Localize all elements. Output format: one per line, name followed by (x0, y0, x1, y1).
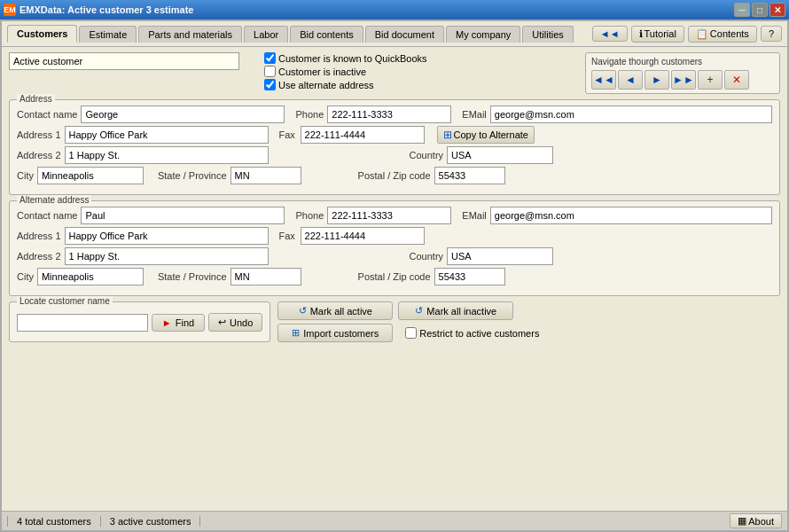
alt-email-input[interactable] (490, 207, 772, 224)
alt-city-input[interactable] (37, 268, 144, 286)
tab-parts-materials[interactable]: Parts and materials (138, 26, 242, 43)
about-icon: ▦ (738, 515, 746, 527)
inactive-checkbox[interactable] (264, 66, 276, 77)
status-left: 4 total customers 3 active customers (7, 516, 200, 527)
alt-postal-input[interactable] (434, 268, 505, 286)
known-qb-checkbox[interactable] (264, 52, 276, 64)
content-area: Customer is known to QuickBooks Customer… (2, 47, 787, 511)
alt-fax-label: Fax (279, 231, 297, 241)
country-input[interactable] (447, 146, 553, 164)
use-alt-label: Use alternate address (278, 80, 374, 90)
contents-icon: 📋 (696, 28, 708, 40)
alt-postal-label: Postal / Zip code (358, 271, 431, 282)
tab-estimate[interactable]: Estimate (79, 26, 137, 43)
address-row4: City State / Province Postal / Zip code (17, 167, 772, 184)
alt-row2: Address 1 Fax (17, 227, 772, 245)
known-qb-label: Customer is known to QuickBooks (278, 53, 427, 64)
address-row3: Address 2 Country (17, 146, 772, 164)
tab-utilities[interactable]: Utilities (522, 26, 573, 43)
alt-contact-input[interactable] (81, 207, 285, 224)
mark-active-icon: ↺ (299, 305, 307, 317)
find-button[interactable]: ► Find (152, 314, 205, 332)
contact-label: Contact name (17, 109, 77, 120)
about-label: About (748, 516, 774, 527)
copy-icon: ⊞ (443, 129, 452, 141)
restrict-checkbox[interactable] (405, 327, 417, 339)
find-icon: ► (162, 317, 172, 328)
locate-row: ► Find ↩ Undo (17, 313, 262, 332)
about-button[interactable]: ▦ About (730, 513, 782, 528)
alt-address1-input[interactable] (65, 227, 269, 245)
checkboxes-area: Customer is known to QuickBooks Customer… (264, 52, 578, 94)
alt-phone-input[interactable] (327, 207, 451, 224)
bottom-section: Locate customer name ► Find ↩ Undo (9, 301, 780, 342)
toolbar-right: ◄◄ ℹ Tutorial 📋 Contents ? (592, 26, 782, 43)
locate-input[interactable] (17, 314, 148, 332)
known-qb-row: Customer is known to QuickBooks (264, 52, 578, 64)
tab-customers[interactable]: Customers (7, 25, 77, 43)
postal-input[interactable] (434, 167, 505, 184)
postal-label: Postal / Zip code (358, 170, 431, 181)
nav-next-button[interactable]: ► (644, 70, 669, 90)
customer-name-input[interactable] (9, 52, 239, 70)
alt-fax-input[interactable] (301, 227, 425, 245)
find-label: Find (176, 317, 194, 328)
address1-label: Address 1 (17, 129, 61, 140)
import-icon: ⊞ (292, 327, 300, 339)
tab-my-company[interactable]: My company (446, 26, 520, 43)
address2-input[interactable] (65, 146, 269, 164)
undo-button[interactable]: ↩ Undo (208, 313, 262, 332)
help-button[interactable]: ? (761, 26, 782, 42)
email-input[interactable] (490, 106, 772, 123)
copy-alternate-button[interactable]: ⊞ Copy to Alternate (437, 126, 535, 144)
nav-delete-button[interactable]: ✕ (724, 70, 749, 90)
state-input[interactable] (230, 167, 301, 184)
use-alt-checkbox[interactable] (264, 79, 276, 90)
action-row1: ↺ Mark all active ↺ Mark all inactive (277, 301, 780, 320)
address-row1: Contact name Phone EMail (17, 106, 772, 123)
city-input[interactable] (37, 167, 144, 184)
alt-state-input[interactable] (230, 268, 301, 286)
alt-address2-input[interactable] (65, 247, 269, 265)
nav-prev-button[interactable]: ◄ (618, 70, 643, 90)
contents-button[interactable]: 📋 Contents (688, 26, 757, 43)
contact-input[interactable] (81, 106, 285, 123)
nav-add-button[interactable]: + (698, 70, 723, 90)
email-label: EMail (462, 109, 487, 120)
phone-input[interactable] (327, 106, 451, 123)
tab-labor[interactable]: Labor (244, 26, 288, 43)
navigate-title: Navigate thourgh customers (591, 57, 774, 66)
phone-label: Phone (295, 109, 324, 120)
address1-input[interactable] (65, 126, 269, 144)
import-customers-button[interactable]: ⊞ Import customers (277, 324, 393, 342)
customer-name-area (9, 52, 257, 94)
maximize-button[interactable]: □ (752, 3, 768, 17)
mark-all-active-button[interactable]: ↺ Mark all active (277, 301, 393, 320)
fax-input[interactable] (301, 126, 425, 144)
nav-buttons: ◄◄ ◄ ► ►► + ✕ (591, 70, 774, 90)
nav-last-button[interactable]: ►► (671, 70, 696, 90)
tutorial-button[interactable]: ℹ Tutorial (631, 26, 684, 43)
tutorial-label: Tutorial (644, 28, 676, 39)
locate-box: Locate customer name ► Find ↩ Undo (9, 301, 270, 342)
nav-first-button[interactable]: ◄◄ (591, 70, 616, 90)
mark-all-inactive-button[interactable]: ↺ Mark all inactive (398, 301, 513, 320)
tutorial-icon: ℹ (639, 28, 643, 40)
minimize-button[interactable]: ─ (734, 3, 750, 17)
tab-bid-document[interactable]: Bid document (365, 26, 444, 43)
alt-country-input[interactable] (447, 247, 553, 265)
title-bar: EM EMXData: Active customer 3 estimate ─… (0, 0, 789, 20)
tab-bid-contents[interactable]: Bid contents (290, 26, 363, 43)
navigate-area: Navigate thourgh customers ◄◄ ◄ ► ►► + ✕ (585, 52, 780, 94)
help-icon: ? (769, 28, 774, 39)
alt-city-label: City (17, 271, 34, 282)
restrict-label: Restrict to active customers (419, 328, 539, 339)
mark-inactive-icon: ↺ (415, 305, 423, 317)
city-label: City (17, 170, 34, 181)
import-label: Import customers (303, 328, 379, 339)
alt-country-label: Country (410, 251, 444, 262)
title-text: EMXData: Active customer 3 estimate (20, 4, 193, 15)
alt-address2-label: Address 2 (17, 251, 61, 262)
back-button[interactable]: ◄◄ (592, 26, 628, 42)
close-button[interactable]: ✕ (769, 3, 785, 17)
